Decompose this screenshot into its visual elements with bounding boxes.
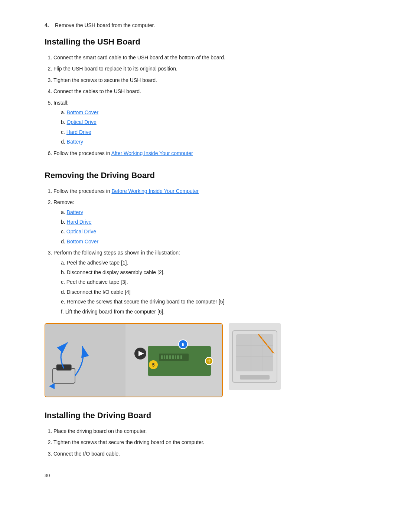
page-number: 30 [45,473,364,478]
svg-rect-0 [53,368,75,383]
svg-rect-25 [236,334,273,371]
install-item-c: c. Hard Drive [61,128,364,136]
intro-step-4: 4. Remove the USH board from the compute… [45,22,364,28]
perform-items-list: a. Peel the adhesive tape [1]. b. Discon… [53,259,364,316]
perform-item-f: f. Lift the driving board from the compu… [61,308,364,316]
step-number: 4. [45,22,52,28]
perform-item-c: c. Peel the adhesive tape [3]. [61,278,364,286]
install-item-d: d. Battery [61,138,364,146]
main-illustration: 5 6 [45,323,223,397]
right-panel-svg: 5 6 [125,324,222,397]
installing-ush-steps: Connect the smart card cable to the USH … [45,53,364,157]
removing-driving-section: Removing the Driving Board Follow the pr… [45,171,364,397]
install-item-b: b. Optical Drive [61,118,364,126]
illustration-container: 5 6 [45,323,364,397]
installing-ush-title: Installing the USH Board [45,37,364,47]
svg-rect-16 [180,355,182,359]
driving-step-1: Place the driving board on the computer. [53,427,364,435]
installing-driving-section: Installing the Driving Board Place the d… [45,411,364,458]
perform-item-a: a. Peel the adhesive tape [1]. [61,259,364,267]
bottom-cover-link-remove[interactable]: Bottom Cover [67,239,99,244]
remove-item-c: c. Optical Drive [61,227,364,236]
optical-drive-link-remove[interactable]: Optical Drive [66,229,96,234]
svg-rect-14 [175,355,176,359]
svg-rect-12 [169,355,171,359]
svg-rect-10 [164,355,165,359]
bottom-cover-link[interactable]: Bottom Cover [67,109,99,115]
svg-text:6: 6 [182,342,185,347]
ush-step-4: Connect the cables to the USH board. [53,87,364,95]
svg-rect-9 [161,355,163,359]
svg-marker-2 [49,383,55,389]
remove-item-a: a. Battery [61,208,364,216]
battery-link-ush[interactable]: Battery [67,139,83,145]
ush-step-5: Install: a. Bottom Cover b. Optical Driv… [53,99,364,146]
ush-step-2: Flip the USH board to replace it to its … [53,65,364,73]
ush-step-1: Connect the smart card cable to the USH … [53,53,364,62]
image-right-panel: 5 6 [125,324,222,397]
perform-item-e: e. Remove the screws that secure the dri… [61,298,364,306]
battery-link-remove[interactable]: Battery [67,209,83,215]
remove-item-d: d. Bottom Cover [61,237,364,246]
image-left-panel [45,324,127,397]
svg-rect-32 [240,375,270,380]
removing-driving-title: Removing the Driving Board [45,171,364,180]
svg-text:5: 5 [152,362,155,368]
removing-driving-steps: Follow the procedures in Before Working … [45,187,364,316]
installing-driving-steps: Place the driving board on the computer.… [45,427,364,458]
install-items-list: a. Bottom Cover b. Optical Drive c. Hard… [53,108,364,146]
remove-item-b: b. Hard Drive [61,218,364,226]
side-svg [229,323,281,390]
side-illustration [229,323,281,390]
driving-step-2: Tighten the screws that secure the drivi… [53,438,364,446]
installing-ush-section: Installing the USH Board Connect the sma… [45,37,364,157]
before-working-link[interactable]: Before Working Inside Your Computer [111,188,199,194]
step-text: Remove the USH board from the computer. [55,22,155,28]
optical-drive-link-ush[interactable]: Optical Drive [67,119,97,125]
installing-driving-title: Installing the Driving Board [45,411,364,420]
after-working-link[interactable]: After Working Inside Your computer [111,150,193,156]
removing-step-2: Remove: a. Battery b. Hard Drive c. Opti… [53,198,364,246]
hard-drive-link-ush[interactable]: Hard Drive [66,129,91,135]
hard-drive-link-remove[interactable]: Hard Drive [67,219,92,225]
ush-step-3: Tighten the screws to secure the USH boa… [53,76,364,84]
svg-rect-11 [166,355,168,359]
remove-items-list: a. Battery b. Hard Drive c. Optical Driv… [53,208,364,246]
perform-item-b: b. Disconnect the display assembly cable… [61,268,364,276]
install-item-a: a. Bottom Cover [61,108,364,116]
removing-step-3: Perform the following steps as shown in … [53,249,364,316]
svg-rect-15 [177,355,179,359]
ush-step-6: Follow the procedures in After Working I… [53,149,364,157]
removing-step-1: Follow the procedures in Before Working … [53,187,364,195]
perform-item-d: d. Disconnect the I/O cable [4] [61,288,364,296]
driving-step-3: Connect the I/O board cable. [53,450,364,458]
svg-rect-13 [172,355,174,359]
left-panel-svg [45,324,127,397]
